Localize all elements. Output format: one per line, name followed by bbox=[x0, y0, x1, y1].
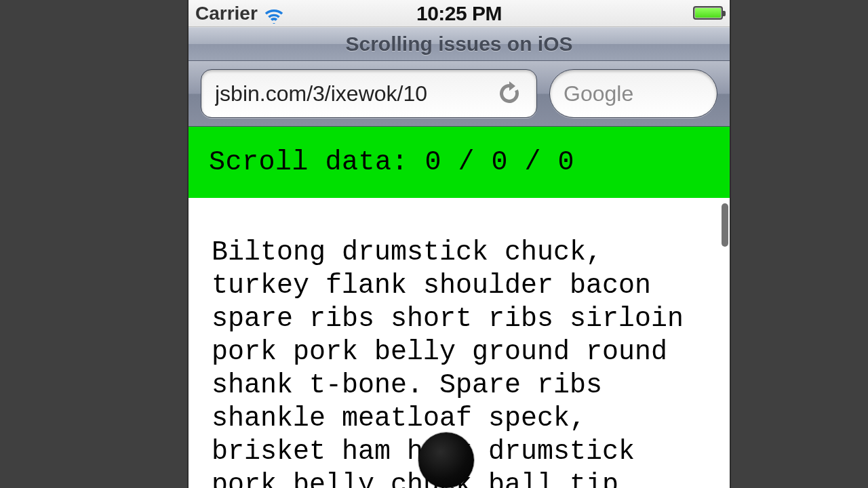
scroll-indicator[interactable] bbox=[722, 203, 728, 247]
url-field[interactable]: jsbin.com/3/ixewok/10 bbox=[201, 69, 537, 118]
battery-icon bbox=[693, 6, 723, 20]
scroll-data-text: Scroll data: 0 / 0 / 0 bbox=[209, 147, 574, 178]
address-toolbar: jsbin.com/3/ixewok/10 Google bbox=[189, 61, 730, 127]
page-title-bar: Scrolling issues on iOS bbox=[189, 27, 730, 61]
phone-frame: Carrier 10:25 PM Scrolling issues on iOS… bbox=[189, 0, 730, 488]
url-text: jsbin.com/3/ixewok/10 bbox=[215, 81, 427, 106]
search-field[interactable]: Google bbox=[549, 69, 717, 118]
battery-fill bbox=[695, 8, 721, 18]
scroll-data-banner: Scroll data: 0 / 0 / 0 bbox=[189, 127, 730, 198]
touch-pointer-icon bbox=[418, 432, 474, 488]
reload-icon[interactable] bbox=[496, 80, 523, 107]
status-bar: Carrier 10:25 PM bbox=[189, 0, 730, 27]
search-placeholder: Google bbox=[564, 81, 633, 106]
page-title: Scrolling issues on iOS bbox=[345, 33, 572, 56]
clock: 10:25 PM bbox=[189, 2, 730, 25]
